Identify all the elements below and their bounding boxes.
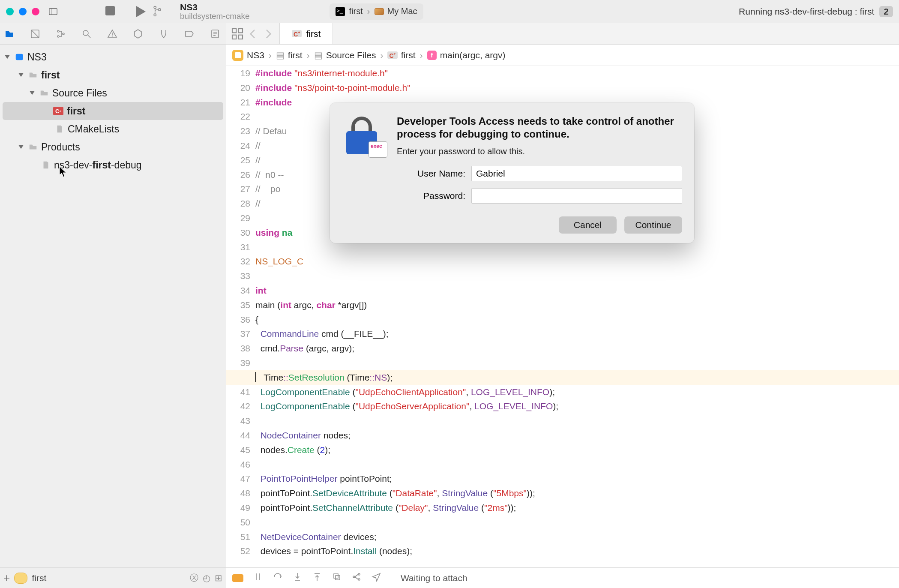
mac-device-icon <box>375 8 384 15</box>
disclosure-triangle-icon[interactable] <box>28 89 36 97</box>
chevron-right-icon: › <box>379 50 384 60</box>
navigator-source-control-tab[interactable] <box>27 25 44 42</box>
debug-view-hierarchy-button[interactable] <box>332 572 342 584</box>
navigator-symbols-tab[interactable] <box>52 25 69 42</box>
activity-issue-count: 2 <box>879 6 893 17</box>
navigator-find-tab[interactable] <box>78 25 95 42</box>
recent-files-icon[interactable]: ◴ <box>203 573 210 583</box>
scm-branch-indicator[interactable]: NS3 buildsystem-cmake <box>153 2 250 21</box>
cpp-file-icon: C+ <box>292 30 302 38</box>
toggle-sidebar-button[interactable] <box>46 5 60 18</box>
jump-seg: main(argc, argv) <box>440 50 506 60</box>
scheme-selector[interactable]: first › My Mac <box>330 3 423 20</box>
continue-button[interactable]: Continue <box>624 216 682 234</box>
activity-status-text: Running ns3-dev-first-debug : first <box>739 6 874 17</box>
svg-point-3 <box>154 14 156 16</box>
svg-rect-19 <box>232 29 236 33</box>
svg-point-7 <box>57 30 59 32</box>
step-over-button[interactable] <box>273 572 283 584</box>
username-input[interactable] <box>471 166 682 181</box>
line-number-gutter[interactable]: 1920212223242526272829303132333435363738… <box>226 66 255 567</box>
project-name: NS3 <box>180 2 250 12</box>
jump-seg: Source Files <box>326 50 376 60</box>
folder-icon <box>28 70 38 80</box>
project-navigator: NS3 first Source Files C+ first <box>0 23 226 588</box>
pause-button[interactable] <box>253 572 263 584</box>
run-stop-controls <box>105 6 146 17</box>
svg-rect-29 <box>334 574 338 578</box>
svg-point-2 <box>154 6 156 9</box>
navigator-filter-bar: + first ⓧ ◴ ⊞ <box>0 567 226 588</box>
jump-bar[interactable]: NS3 › ▤first › ▤Source Files › C+first ›… <box>226 45 899 66</box>
chevron-right-icon: › <box>367 6 370 16</box>
auth-dialog: Developer Tools Access needs to take con… <box>330 103 694 243</box>
svg-point-32 <box>358 573 360 575</box>
svg-point-9 <box>63 33 64 35</box>
tree-row[interactable]: Products <box>0 138 226 156</box>
tree-label: CMakeLists <box>68 123 119 135</box>
breakpoint-toggle-button[interactable] <box>232 574 243 582</box>
tree-row-selected[interactable]: C+ first <box>3 102 223 120</box>
history-forward-button[interactable] <box>261 27 275 41</box>
debug-memory-graph-button[interactable] <box>351 572 362 584</box>
tree-label: first <box>67 105 85 117</box>
mouse-cursor-icon <box>59 166 67 177</box>
folder-icon <box>39 88 49 98</box>
window-minimize-button[interactable] <box>19 8 27 15</box>
disclosure-triangle-icon[interactable] <box>17 71 25 79</box>
tree-label: Products <box>41 141 80 153</box>
svg-point-4 <box>159 9 161 11</box>
scheme-target-label: first <box>349 6 363 16</box>
navigator-issues-tab[interactable] <box>104 25 121 42</box>
svg-point-10 <box>83 30 88 36</box>
step-into-button[interactable] <box>292 572 303 584</box>
svg-point-13 <box>112 36 113 36</box>
separator <box>391 572 391 584</box>
navigator-project-tab[interactable] <box>1 25 18 42</box>
disclosure-triangle-icon[interactable] <box>17 143 25 151</box>
navigator-breakpoints-tab[interactable] <box>181 25 198 42</box>
editor-tab[interactable]: C+ first <box>279 23 333 44</box>
folder-icon: ▤ <box>314 50 323 60</box>
navigator-debug-tab[interactable] <box>155 25 172 42</box>
window-close-button[interactable] <box>6 8 14 15</box>
scheme-device-label: My Mac <box>387 6 417 16</box>
tree-row[interactable]: first <box>0 66 226 84</box>
svg-rect-21 <box>232 35 236 39</box>
tree-label: ns3-dev-first-debug <box>54 159 142 171</box>
disclosure-triangle-icon[interactable] <box>3 53 11 61</box>
chevron-right-icon: › <box>419 50 424 60</box>
filter-scope-chip[interactable] <box>14 573 27 584</box>
history-back-button[interactable] <box>246 27 260 41</box>
cancel-button[interactable]: Cancel <box>559 216 617 234</box>
tree-row[interactable]: ns3-dev-first-debug <box>0 156 226 174</box>
svg-line-11 <box>88 35 90 38</box>
debug-location-button[interactable] <box>371 572 381 584</box>
filter-text[interactable]: first <box>32 573 46 583</box>
scm-filter-icon[interactable]: ⊞ <box>215 573 222 583</box>
document-icon <box>55 124 64 134</box>
activity-view[interactable]: Running ns3-dev-first-debug : first 2 <box>739 6 893 17</box>
tree-label: NS3 <box>27 51 47 63</box>
window-zoom-button[interactable] <box>32 8 39 15</box>
tree-row-root[interactable]: NS3 <box>0 48 226 66</box>
editor-tab-bar: C+ first <box>226 23 899 45</box>
branch-icon <box>153 5 162 17</box>
run-button[interactable] <box>136 6 146 17</box>
debug-bar: Waiting to attach <box>226 567 899 588</box>
svg-rect-22 <box>239 35 243 39</box>
password-input[interactable] <box>471 188 682 204</box>
add-button[interactable]: + <box>3 571 10 585</box>
tree-row[interactable]: CMakeLists <box>0 120 226 138</box>
step-out-button[interactable] <box>312 572 322 584</box>
tree-row[interactable]: Source Files <box>0 84 226 102</box>
terminal-icon <box>336 7 345 16</box>
dialog-title: Developer Tools Access needs to take con… <box>397 115 682 141</box>
related-items-button[interactable] <box>231 27 244 41</box>
stop-button[interactable] <box>105 6 115 15</box>
filter-clear-button[interactable]: ⓧ <box>190 572 198 584</box>
navigator-tests-tab[interactable] <box>129 25 147 42</box>
jump-seg: first <box>288 50 303 60</box>
cpp-file-icon: C+ <box>387 51 397 59</box>
navigator-reports-tab[interactable] <box>207 25 224 42</box>
